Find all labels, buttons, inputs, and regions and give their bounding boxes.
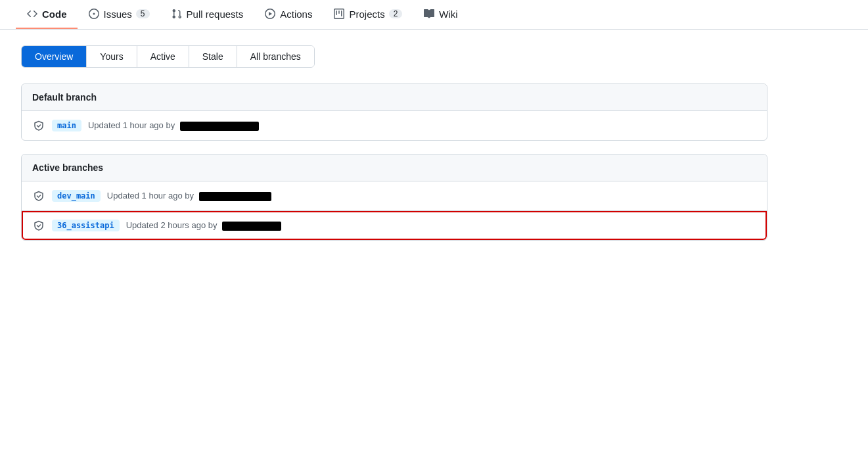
tab-active[interactable]: Active xyxy=(137,46,189,67)
active-branches-section: Active branches dev_main Updated 1 hour … xyxy=(21,154,767,241)
dev-main-branch-meta: Updated 1 hour ago by xyxy=(107,191,271,201)
nav-label-projects: Projects xyxy=(349,9,384,20)
nav-label-pull-requests: Pull requests xyxy=(187,9,244,20)
issues-badge: 5 xyxy=(136,9,150,18)
36-assistapi-branch-meta: Updated 2 hours ago by xyxy=(126,220,281,231)
shield-icon xyxy=(32,119,45,132)
shield-icon-dev-main xyxy=(32,189,45,202)
nav-label-wiki: Wiki xyxy=(439,9,457,20)
nav-item-wiki[interactable]: Wiki xyxy=(413,0,468,29)
default-branch-meta: Updated 1 hour ago by xyxy=(88,120,259,131)
branch-tabs: Overview Yours Active Stale All branches xyxy=(21,45,315,68)
36-assistapi-author-redacted xyxy=(222,222,281,231)
default-branch-author-redacted xyxy=(180,122,259,131)
tab-all-branches[interactable]: All branches xyxy=(237,46,314,67)
nav-label-issues: Issues xyxy=(104,9,132,20)
branch-name-36-assistapi[interactable]: 36_assistapi xyxy=(52,220,120,231)
top-nav: Code Issues 5 Pull requests Actions xyxy=(0,0,868,30)
issue-icon xyxy=(88,8,100,20)
tab-yours[interactable]: Yours xyxy=(87,46,137,67)
code-icon xyxy=(26,8,38,20)
branch-name-dev-main[interactable]: dev_main xyxy=(52,190,101,202)
active-branch-row-36-assistapi: 36_assistapi Updated 2 hours ago by xyxy=(22,211,767,240)
pr-icon xyxy=(171,8,183,20)
default-branch-header: Default branch xyxy=(22,84,767,111)
dev-main-author-redacted xyxy=(199,192,271,201)
nav-item-actions[interactable]: Actions xyxy=(254,0,323,29)
projects-icon xyxy=(333,8,345,20)
actions-icon xyxy=(264,8,276,20)
nav-label-actions: Actions xyxy=(280,9,312,20)
shield-icon-36-assistapi xyxy=(32,219,45,232)
tab-overview[interactable]: Overview xyxy=(22,46,87,67)
active-branch-row-dev-main: dev_main Updated 1 hour ago by xyxy=(22,181,767,211)
active-branches-header: Active branches xyxy=(22,154,767,181)
wiki-icon xyxy=(423,8,435,20)
projects-badge: 2 xyxy=(389,9,403,18)
default-branch-row: main Updated 1 hour ago by xyxy=(22,111,767,140)
nav-item-projects[interactable]: Projects 2 xyxy=(323,0,413,29)
nav-item-issues[interactable]: Issues 5 xyxy=(78,0,160,29)
nav-label-code: Code xyxy=(42,9,67,20)
default-branch-section: Default branch main Updated 1 hour ago b… xyxy=(21,83,767,141)
nav-item-code[interactable]: Code xyxy=(16,0,78,29)
tab-stale[interactable]: Stale xyxy=(189,46,237,67)
default-branch-name[interactable]: main xyxy=(52,120,81,131)
main-content: Overview Yours Active Stale All branches… xyxy=(0,30,788,270)
nav-item-pull-requests[interactable]: Pull requests xyxy=(160,0,254,29)
